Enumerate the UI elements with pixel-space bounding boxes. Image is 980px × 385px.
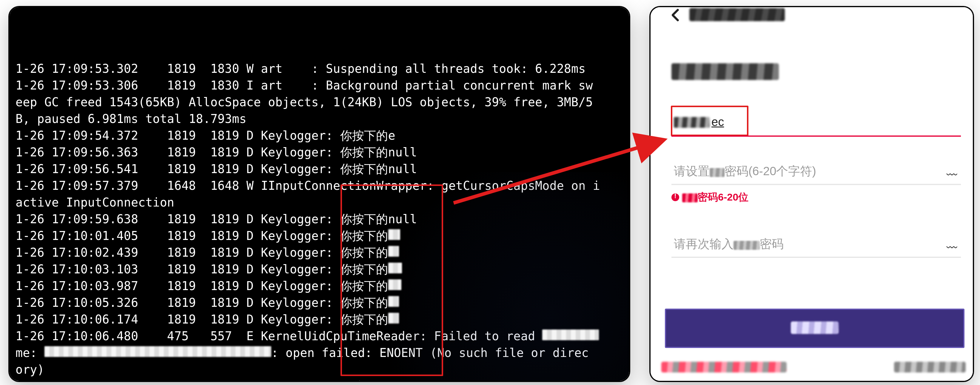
page-title-redacted bbox=[689, 8, 785, 21]
password-placeholder-suffix: 密码(6-20个字符) bbox=[725, 164, 816, 178]
back-chevron-icon[interactable] bbox=[667, 8, 681, 21]
terminal-panel: 1-26 17:09:53.302 1819 1830 W art : Susp… bbox=[8, 6, 630, 382]
eye-icon[interactable]: ﹏ bbox=[947, 164, 958, 179]
username-input-visible[interactable]: ec bbox=[711, 115, 724, 128]
section-title-redacted bbox=[671, 63, 779, 80]
logcat-terminal[interactable]: 1-26 17:09:53.302 1819 1830 W art : Susp… bbox=[10, 7, 629, 381]
error-text-redacted bbox=[682, 193, 698, 202]
footer-left-redacted[interactable] bbox=[661, 362, 787, 372]
eye-icon[interactable]: ﹏ bbox=[947, 236, 958, 251]
password-placeholder-redacted bbox=[710, 168, 725, 177]
footer-links bbox=[661, 362, 966, 372]
confirm-password-input-wrapper: 请再次输入密码 ﹏ bbox=[671, 228, 961, 258]
submit-button-label-redacted bbox=[791, 321, 838, 334]
submit-button[interactable] bbox=[665, 309, 964, 348]
error-icon bbox=[671, 193, 679, 201]
confirm-placeholder-redacted bbox=[733, 241, 760, 250]
password-input-wrapper: 请设置密码(6-20个字符) ﹏ bbox=[671, 155, 961, 185]
confirm-placeholder-suffix: 密码 bbox=[760, 237, 784, 250]
error-text-suffix: 密码6-20位 bbox=[698, 191, 748, 203]
username-input-redacted-prefix bbox=[674, 117, 710, 128]
password-placeholder-prefix[interactable]: 请设置 bbox=[674, 164, 710, 178]
phone-panel: ec 请设置密码(6-20个字符) ﹏ 密码6-20位 bbox=[649, 6, 974, 382]
username-input-wrapper: ec bbox=[671, 107, 961, 137]
password-error: 密码6-20位 bbox=[671, 191, 961, 204]
footer-right-redacted[interactable] bbox=[894, 362, 966, 372]
confirm-placeholder-prefix[interactable]: 请再次输入 bbox=[674, 237, 733, 250]
